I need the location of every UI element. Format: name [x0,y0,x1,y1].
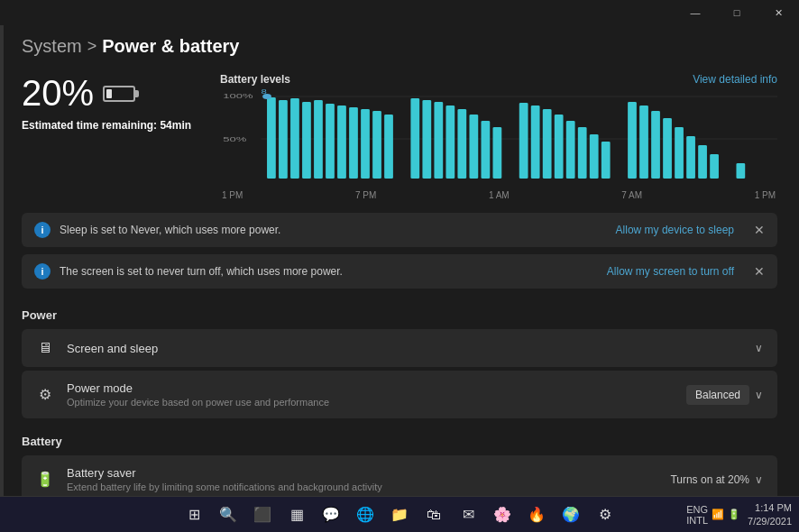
taskbar-start[interactable]: ⊞ [179,500,208,529]
svg-rect-39 [736,163,745,179]
taskbar-app2[interactable]: 🔥 [522,500,551,529]
taskbar: ⊞ 🔍 ⬛ ▦ 💬 🌐 📁 🛍 ✉ 🌸 🔥 🌍 ⚙ ENGINTL 📶 🔋 1:… [0,496,799,532]
main-content: System > Power & battery 20% Estimated t… [0,25,799,496]
battery-fill [106,89,112,98]
close-button[interactable]: ✕ [758,0,799,25]
alert-sleep-banner: i Sleep is set to Never, which uses more… [22,213,777,247]
svg-rect-33 [651,111,660,179]
svg-rect-25 [543,109,552,179]
svg-rect-15 [410,98,419,179]
svg-text:100%: 100% [223,92,253,100]
svg-rect-31 [628,102,637,179]
battery-saver-sublabel: Extend battery life by limiting some not… [67,482,657,492]
svg-rect-30 [602,142,611,179]
taskbar-taskview[interactable]: ⬛ [248,500,277,529]
battery-saver-value: Turns on at 20% [670,473,749,486]
chart-area: Battery levels View detailed info 100% 5… [220,73,777,200]
svg-rect-24 [531,105,540,179]
alert-sleep-text: Sleep is set to Never, which uses more p… [60,224,607,236]
taskbar-widgets[interactable]: ▦ [282,500,311,529]
svg-rect-35 [675,127,684,179]
battery-icon [103,86,135,102]
battery-saver-row[interactable]: 🔋 Battery saver Extend battery life by l… [22,455,777,496]
breadcrumb-parent[interactable]: System [22,36,82,57]
svg-rect-8 [314,100,323,179]
svg-rect-14 [384,115,393,179]
taskbar-mail[interactable]: ✉ [454,500,482,529]
screen-sleep-label: Screen and sleep [67,342,742,355]
alert-sleep-icon: i [34,222,51,238]
alert-screen-close[interactable]: ✕ [754,264,765,279]
power-mode-right: Balanced ∨ [686,385,763,405]
battery-section-header: Battery [22,435,777,448]
power-mode-sublabel: Optimize your device based on power use … [67,397,674,408]
taskbar-lang: ENGINTL [686,504,708,526]
taskbar-app1[interactable]: 🌸 [488,500,517,529]
chart-label-1pm-start: 1 PM [222,190,243,200]
screen-sleep-row[interactable]: 🖥 Screen and sleep ∨ [22,329,777,367]
chart-header: Battery levels View detailed info [220,73,777,86]
power-section-header: Power [22,308,777,322]
minimize-button[interactable]: — [675,0,716,25]
battery-percent-text: 20% [22,73,94,114]
taskbar-systray: ENGINTL 📶 🔋 [686,504,740,526]
svg-rect-26 [555,115,564,179]
svg-rect-13 [372,111,381,179]
taskbar-battery-icon: 🔋 [728,509,740,520]
power-mode-icon: ⚙ [36,386,54,403]
maximize-button[interactable]: □ [716,0,758,25]
alert-sleep-close[interactable]: ✕ [754,223,765,237]
power-mode-dropdown[interactable]: Balanced [686,385,749,405]
power-mode-label: Power mode [67,381,674,395]
alert-sleep-action[interactable]: Allow my device to sleep [616,224,734,236]
svg-rect-11 [349,107,358,179]
taskbar-explorer[interactable]: 📁 [385,500,414,529]
svg-rect-5 [279,100,288,179]
chart-label-1pm-end: 1 PM [755,190,776,200]
taskbar-app3[interactable]: 🌍 [556,500,585,529]
estimated-time: Estimated time remaining: 54min [22,119,202,132]
power-mode-content: Power mode Optimize your device based on… [67,381,674,408]
taskbar-date-value: 7/29/2021 [748,515,792,527]
taskbar-right: ENGINTL 📶 🔋 1:14 PM 7/29/2021 [686,501,792,527]
breadcrumb-separator: > [87,37,97,56]
battery-chart: 100% 50% [220,89,777,188]
battery-saver-right: Turns on at 20% ∨ [670,473,763,486]
battery-saver-content: Battery saver Extend battery life by lim… [67,466,657,492]
titlebar: — □ ✕ [675,0,799,25]
view-detailed-link[interactable]: View detailed info [693,73,777,86]
power-mode-chevron: ∨ [755,389,763,401]
screen-sleep-chevron: ∨ [755,342,763,354]
top-section: 20% Estimated time remaining: 54min Batt… [22,73,777,200]
estimated-value: 54min [160,119,191,132]
svg-rect-10 [337,105,346,179]
svg-rect-32 [639,105,648,179]
svg-rect-18 [445,105,455,179]
svg-rect-17 [434,102,443,179]
svg-rect-34 [663,118,672,179]
svg-rect-22 [492,127,501,179]
screen-sleep-content: Screen and sleep [67,342,742,355]
taskbar-store[interactable]: 🛍 [419,500,448,529]
battery-saver-icon: 🔋 [36,471,54,488]
taskbar-clock[interactable]: 1:14 PM 7/29/2021 [748,501,792,527]
power-mode-row[interactable]: ⚙ Power mode Optimize your device based … [22,371,777,418]
taskbar-chat[interactable]: 💬 [317,500,345,529]
chart-x-labels: 1 PM 7 PM 1 AM 7 AM 1 PM [220,190,777,200]
chart-label-1am: 1 AM [489,190,510,200]
battery-saver-label: Battery saver [67,466,657,480]
screen-sleep-right: ∨ [755,342,763,354]
taskbar-settings[interactable]: ⚙ [591,500,620,529]
chart-label-7pm: 7 PM [355,190,376,200]
svg-rect-37 [698,145,707,179]
svg-rect-7 [302,102,311,179]
alert-screen-action[interactable]: Allow my screen to turn off [607,265,734,278]
svg-rect-29 [590,134,599,179]
taskbar-search[interactable]: 🔍 [214,500,243,529]
svg-text:50%: 50% [223,135,246,143]
svg-rect-16 [422,100,431,179]
taskbar-edge[interactable]: 🌐 [351,500,380,529]
svg-rect-38 [710,154,719,179]
alert-screen-banner: i The screen is set to never turn off, w… [22,254,777,289]
svg-rect-4 [267,97,276,179]
